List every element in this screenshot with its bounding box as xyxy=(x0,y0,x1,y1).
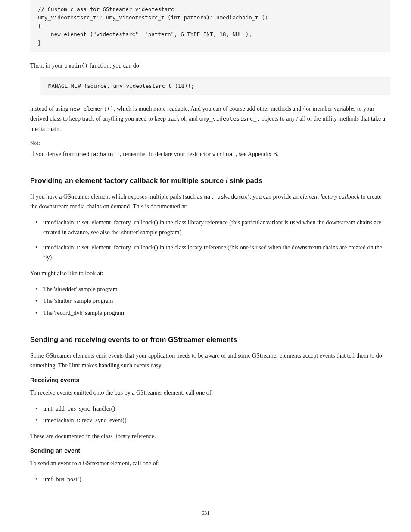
para-events-intro: Some GStreamer elements emit events that… xyxy=(30,351,390,370)
divider xyxy=(30,326,390,326)
subhead-receiving: Receiving events xyxy=(30,376,390,383)
list-item: umediachain_t::recv_sync_event() xyxy=(34,415,390,425)
note-text: If you derive from umediachain_t, rememb… xyxy=(30,149,390,159)
divider xyxy=(30,167,390,167)
list-item: The 'shredder' sample program xyxy=(34,284,390,294)
list-item: umf_bus_post() xyxy=(34,474,390,484)
bullet-list-receive: umf_add_bus_sync_handler() umediachain_t… xyxy=(30,404,390,425)
note-block: Note If you derive from umediachain_t, r… xyxy=(30,140,390,159)
para-send-lead: To send an event to a GStreamer element,… xyxy=(30,458,390,468)
note-label: Note xyxy=(30,140,390,146)
para-instead-of: instead of using new_element(), which is… xyxy=(30,104,390,134)
list-item: umf_add_bus_sync_handler() xyxy=(34,404,390,414)
page-number: 631 xyxy=(0,510,411,516)
list-item: The 'record_dvb' sample program xyxy=(34,308,390,318)
subhead-sending: Sending an event xyxy=(30,447,390,454)
code-block-manage-new: MANAGE_NEW (source, umy_videotestsrc_t (… xyxy=(40,77,390,95)
code-block-class-def: // Custom class for GStreamer videotests… xyxy=(30,0,390,52)
para-then-in-umain: Then, in your umain() function, you can … xyxy=(30,61,390,71)
bullet-list-sample-programs: The 'shredder' sample program The 'shutt… xyxy=(30,284,390,317)
heading-events: Sending and receiving events to or from … xyxy=(30,336,390,344)
para-might-also-look: You might also like to look at: xyxy=(30,268,390,278)
list-item: The 'shutter' sample program xyxy=(34,296,390,306)
para-receive-lead: To receive events emitted onto the bus b… xyxy=(30,388,390,398)
list-item: umediachain_t::set_element_factory_callb… xyxy=(34,243,390,262)
para-multiple-pads: If you have a GStreamer element which ex… xyxy=(30,192,390,212)
para-receive-tail: These are documented in the class librar… xyxy=(30,431,390,441)
heading-element-factory: Providing an element factory callback fo… xyxy=(30,177,390,185)
list-item: umediachain_t::set_element_factory_callb… xyxy=(34,218,390,237)
bullet-list-factory-callbacks: umediachain_t::set_element_factory_callb… xyxy=(30,218,390,262)
bullet-list-send: umf_bus_post() xyxy=(30,474,390,484)
